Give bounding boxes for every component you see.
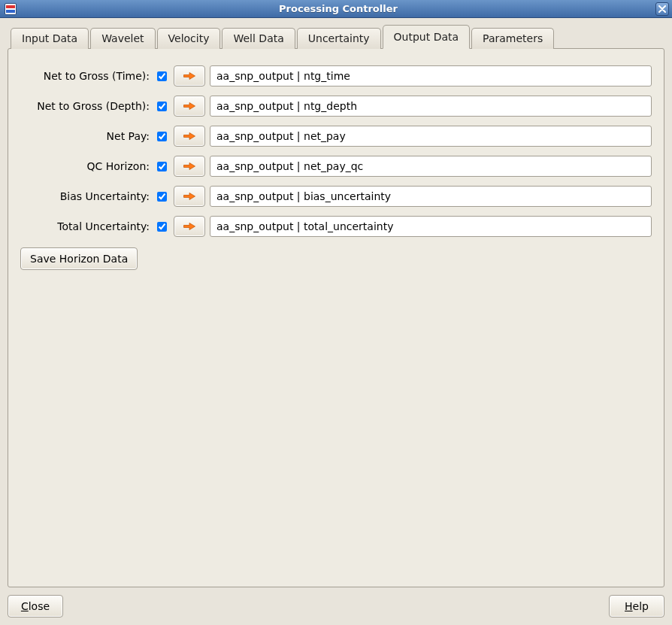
browse-button-qc-horizon[interactable] (174, 156, 205, 177)
browse-button-net-pay[interactable] (174, 126, 205, 147)
label-ntg-depth: Net to Gross (Depth): (20, 100, 150, 112)
field-bias-uncertainty[interactable] (210, 186, 652, 207)
output-data-form: Net to Gross (Time): Net to Gross (Depth… (20, 65, 652, 237)
tab-output-data[interactable]: Output Data (383, 25, 471, 49)
help-button[interactable]: Help (609, 595, 664, 617)
field-net-pay[interactable] (210, 126, 652, 147)
label-net-pay: Net Pay: (20, 130, 150, 142)
checkbox-qc-horizon[interactable] (157, 162, 167, 171)
label-qc-horizon: QC Horizon: (20, 160, 150, 172)
checkbox-total-uncertainty[interactable] (157, 222, 167, 232)
window-body: Input Data Wavelet Velocity Well Data Un… (0, 18, 672, 625)
label-bias-uncertainty: Bias Uncertainty: (20, 190, 150, 202)
window-title: Processing Controller (21, 3, 655, 14)
checkbox-ntg-depth[interactable] (157, 102, 167, 111)
arrow-right-icon (183, 161, 196, 171)
help-button-rest: elp (633, 600, 649, 612)
tab-wavelet[interactable]: Wavelet (90, 28, 155, 49)
app-icon (5, 3, 17, 15)
tabstrip: Input Data Wavelet Velocity Well Data Un… (8, 24, 664, 48)
tab-parameters[interactable]: Parameters (471, 28, 554, 49)
tab-container: Input Data Wavelet Velocity Well Data Un… (8, 24, 664, 587)
field-qc-horizon[interactable] (210, 156, 652, 177)
arrow-right-icon (183, 191, 196, 202)
window-titlebar: Processing Controller (0, 0, 672, 18)
save-horizon-row: Save Horizon Data (20, 247, 652, 270)
arrow-right-icon (183, 221, 196, 232)
tab-input-data[interactable]: Input Data (11, 28, 89, 49)
arrow-right-icon (183, 71, 196, 81)
arrow-right-icon (183, 101, 196, 111)
tab-well-data[interactable]: Well Data (222, 28, 295, 49)
browse-button-total-uncertainty[interactable] (174, 216, 205, 237)
browse-button-ntg-depth[interactable] (174, 96, 205, 117)
save-horizon-data-button[interactable]: Save Horizon Data (20, 247, 138, 270)
field-total-uncertainty[interactable] (210, 216, 652, 237)
browse-button-bias-uncertainty[interactable] (174, 186, 205, 207)
dialog-footer: Close Help (8, 587, 664, 617)
close-button-rest: lose (29, 600, 50, 612)
field-ntg-time[interactable] (210, 65, 652, 86)
checkbox-bias-uncertainty[interactable] (157, 192, 167, 202)
arrow-right-icon (183, 131, 196, 141)
checkbox-net-pay[interactable] (157, 132, 167, 141)
close-button[interactable]: Close (8, 595, 63, 617)
label-ntg-time: Net to Gross (Time): (20, 70, 150, 82)
close-icon (658, 5, 666, 13)
tab-velocity[interactable]: Velocity (157, 28, 221, 49)
window-close-button[interactable] (655, 2, 669, 16)
label-total-uncertainty: Total Uncertainty: (20, 220, 150, 232)
tab-uncertainty[interactable]: Uncertainty (297, 28, 381, 49)
tab-panel-output-data: Net to Gross (Time): Net to Gross (Depth… (8, 48, 664, 587)
checkbox-ntg-time[interactable] (157, 71, 167, 81)
field-ntg-depth[interactable] (210, 96, 652, 117)
browse-button-ntg-time[interactable] (174, 65, 205, 86)
